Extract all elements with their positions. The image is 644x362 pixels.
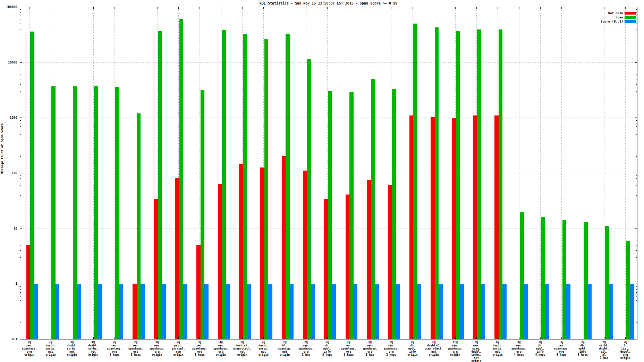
- y-tick-label: 0.1: [0, 337, 17, 341]
- plot-border: [20, 7, 637, 339]
- x-category-label: 3@ zen. spamhaus. org 2 hops: [379, 341, 403, 356]
- legend-row: Spam: [520, 16, 637, 19]
- rbl-statistics-chart: RBL Statistics - Sun Nov 15 12:58:07 EST…: [0, 0, 644, 362]
- x-category-label: 3@ zen. spamhaus. org origin: [145, 341, 169, 356]
- x-category-label: 11@ zen. spamhaus. org origin: [443, 341, 467, 356]
- x-category-label: 2@ zen. spamhaus. org origin: [17, 341, 42, 356]
- y-tick-label: 10: [0, 227, 17, 230]
- legend-row: Not Spam: [520, 11, 637, 15]
- x-category-label: 6@ dnsbl. sorbs. net origin: [485, 341, 510, 356]
- x-category-label: 2@ bl. spamcop. net origin: [273, 341, 297, 356]
- x-category-label: 2@ db. wpbl. info 4 hops: [528, 341, 552, 356]
- x-category-label: 4@ zen. spamhaus. org origin: [209, 341, 233, 356]
- x-category-label: 3@ zen. spamhaus. org 5 hops: [549, 341, 574, 356]
- legend-swatch: [625, 12, 636, 15]
- x-category-label: 3@ zen. spamhaus. org 4 hops: [507, 341, 531, 356]
- legend-swatch: [625, 20, 636, 23]
- y-tick-label: 1000: [0, 116, 17, 119]
- x-category-label: 2@ dnsbl-3. uceprotect. net origin: [230, 341, 254, 356]
- legend-row: Score (0..1): [520, 20, 637, 23]
- x-category-label: 3@ zen. spamhaus. org 1 hop: [358, 341, 382, 356]
- x-category-label: 3@ zen. spamhaus. org 3 hops: [187, 341, 212, 356]
- legend-label: Not Spam: [608, 11, 623, 15]
- x-category-label: 3@ dnsbl. sorbs. net origin: [60, 341, 84, 356]
- x-category-label: 7@ dnsbl. sorbs. net origin: [251, 341, 276, 356]
- x-category-label: 2@ db. wpbl. info 3 hops: [315, 341, 339, 356]
- x-category-label: 2@ db. wpbl. info 5 hops: [571, 341, 595, 356]
- legend-swatch: [625, 16, 636, 19]
- x-category-label: 2@ virbl. dnsbl. bit. nl 1 hop: [592, 341, 616, 360]
- x-category-label: 2@ zen. spamhaus. org 4 hops: [102, 341, 127, 356]
- y-axis-title: Message Count or Spam Score: [0, 111, 4, 187]
- x-category-label: 2@ dnsbl-2. uceprotect. net origin: [422, 341, 446, 356]
- y-tick-label: 1: [0, 282, 17, 285]
- x-category-label: 2@ zen. spamhaus. org 3 hops: [124, 341, 148, 356]
- x-category-label: 4@ dnsbl. sorbs. net origin: [81, 341, 105, 356]
- legend-label: Spam: [616, 16, 623, 19]
- x-category-label: 2@ zen. spamhaus. org 2 hops: [337, 341, 361, 356]
- y-tick-label: 10000: [0, 61, 17, 64]
- legend-label: Score (0..1): [601, 20, 623, 23]
- y-tick-label: 100: [0, 171, 17, 175]
- x-category-label: 2@ dnsbl. sorbs. net origin: [39, 341, 63, 356]
- x-category-label: 7@ 0. list. dnswl. org origin: [613, 341, 637, 360]
- y-tick-label: 100000: [0, 5, 17, 9]
- x-category-label: 2@ zen. spamhaus. org 1 hop: [294, 341, 318, 356]
- chart-title: RBL Statistics - Sun Nov 15 12:58:07 EST…: [20, 1, 637, 5]
- x-category-label: 6@ new. spam. dnsbl. sorbs. net origin: [464, 341, 489, 362]
- x-category-label: 2@ psbl. surriel. com origin: [166, 341, 190, 356]
- x-category-label: 2@ db. wpbl. info origin: [400, 341, 425, 356]
